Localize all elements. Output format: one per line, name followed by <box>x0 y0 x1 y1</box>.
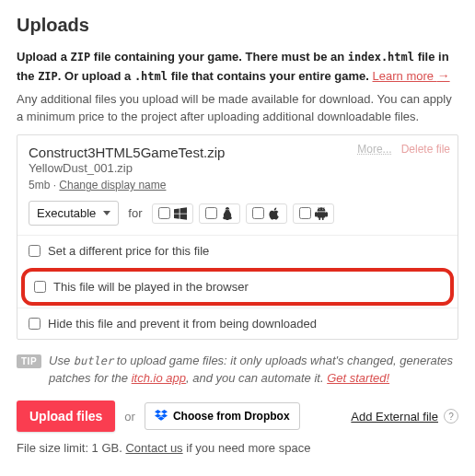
file-meta: 5mb · Change display name <box>29 179 446 192</box>
checkbox-hide-file[interactable] <box>29 318 41 330</box>
learn-more-link[interactable]: Learn more → <box>373 69 450 83</box>
tip-badge: TIP <box>17 354 41 368</box>
itch-app-link[interactable]: itch.io app <box>132 371 186 385</box>
section-heading: Uploads <box>17 15 458 36</box>
contact-us-link[interactable]: Contact us <box>125 441 182 455</box>
get-started-link[interactable]: Get started! <box>327 371 389 385</box>
platform-apple[interactable] <box>246 203 287 224</box>
platform-linux[interactable] <box>199 203 240 224</box>
tip-row: TIP Use butler to upload game files: it … <box>17 353 458 388</box>
checkbox-play-in-browser[interactable] <box>34 281 46 293</box>
platform-apple-checkbox[interactable] <box>252 207 264 219</box>
or-text: or <box>124 410 135 424</box>
upload-files-button[interactable]: Upload files <box>17 401 115 432</box>
change-display-name-link[interactable]: Change display name <box>59 179 166 192</box>
option-hide-file[interactable]: Hide this file and prevent it from being… <box>17 308 458 339</box>
linux-icon <box>221 207 234 220</box>
platform-windows[interactable] <box>152 203 193 224</box>
platform-group <box>152 203 334 224</box>
svg-point-1 <box>227 209 228 210</box>
for-label: for <box>128 206 142 220</box>
platform-windows-checkbox[interactable] <box>158 207 170 219</box>
add-external-file-link[interactable]: Add External file <box>351 410 438 424</box>
platform-android[interactable] <box>293 203 334 224</box>
more-link[interactable]: More... <box>357 143 391 156</box>
windows-icon <box>174 207 187 220</box>
help-icon[interactable]: ? <box>444 409 458 424</box>
chevron-down-icon <box>103 211 110 215</box>
intro-text: Upload a ZIP file containing your game. … <box>17 49 458 86</box>
file-size-limit: File size limit: 1 GB. Contact us if you… <box>17 441 458 455</box>
dropbox-icon <box>155 409 168 424</box>
dropbox-button[interactable]: Choose from Dropbox <box>145 402 300 430</box>
delete-file-link[interactable]: Delete file <box>401 143 450 156</box>
platform-linux-checkbox[interactable] <box>205 207 217 219</box>
android-icon <box>315 207 328 220</box>
checkbox-different-price[interactable] <box>29 245 41 257</box>
upload-card: More... Delete file Construct3HTML5GameT… <box>17 134 458 340</box>
option-different-price[interactable]: Set a different price for this file <box>17 235 458 266</box>
apple-icon <box>268 207 281 220</box>
file-type-select[interactable]: Executable <box>29 201 119 226</box>
intro-subtext: Any additional files you upload will be … <box>17 91 458 126</box>
option-play-in-browser[interactable]: This file will be played in the browser <box>21 268 454 306</box>
file-subname: YellowDust_001.zip <box>29 161 446 175</box>
platform-android-checkbox[interactable] <box>299 207 311 219</box>
svg-point-0 <box>226 209 226 210</box>
